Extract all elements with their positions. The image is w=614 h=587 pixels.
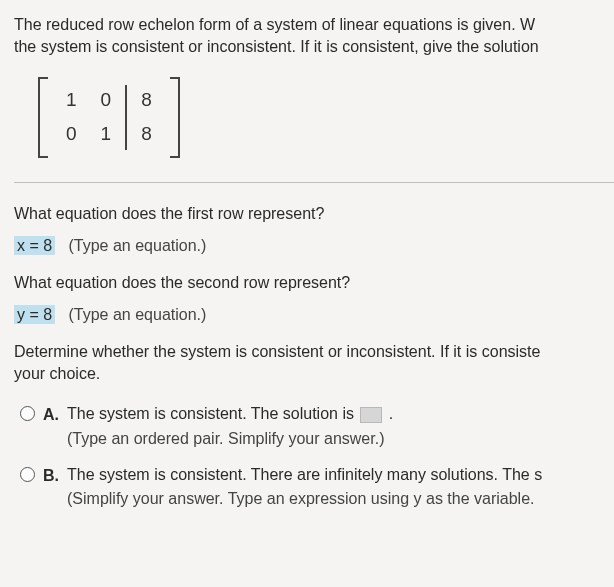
choice-b-hint: (Simplify your answer. Type an expressio…	[67, 488, 614, 510]
matrix-cell: 1	[97, 117, 116, 152]
matrix-col-1: 1 0	[54, 83, 89, 152]
choice-a-text: The system is consistent. The solution i…	[67, 405, 358, 422]
matrix-right-bracket	[170, 77, 180, 158]
answer-2-line: y = 8 (Type an equation.)	[14, 304, 614, 326]
q3-line-2: your choice.	[14, 365, 100, 382]
answer-blank-input[interactable]	[360, 407, 382, 423]
answer-2-hint: (Type an equation.)	[69, 306, 207, 323]
spacer	[60, 306, 64, 323]
choice-b[interactable]: B. The system is consistent. There are i…	[14, 464, 614, 511]
matrix-left-bracket	[38, 77, 48, 158]
intro-line-2: the system is consistent or inconsistent…	[14, 38, 539, 55]
period: .	[384, 405, 393, 422]
problem-intro: The reduced row echelon form of a system…	[14, 14, 614, 59]
choice-b-label: B.	[43, 465, 59, 487]
choice-b-body: The system is consistent. There are infi…	[67, 464, 614, 511]
augment-separator	[125, 85, 127, 150]
matrix-cell: 0	[97, 83, 116, 118]
radio-icon[interactable]	[20, 467, 35, 482]
answer-1-hint: (Type an equation.)	[69, 237, 207, 254]
question-3: Determine whether the system is consiste…	[14, 341, 614, 386]
matrix-col-2: 0 1	[89, 83, 124, 152]
choice-a[interactable]: A. The system is consistent. The solutio…	[14, 403, 614, 450]
choice-a-label: A.	[43, 404, 59, 426]
answer-1-line: x = 8 (Type an equation.)	[14, 235, 614, 257]
choice-list: A. The system is consistent. The solutio…	[14, 403, 614, 511]
matrix-body: 1 0 0 1 8 8	[48, 77, 170, 158]
choice-b-text: The system is consistent. There are infi…	[67, 464, 614, 486]
question-2: What equation does the second row repres…	[14, 272, 614, 294]
choice-a-body: The system is consistent. The solution i…	[67, 403, 614, 450]
matrix-cell: 0	[62, 117, 81, 152]
q3-line-1: Determine whether the system is consiste…	[14, 343, 540, 360]
choice-a-text-line: The system is consistent. The solution i…	[67, 403, 614, 425]
choice-a-hint: (Type an ordered pair. Simplify your ans…	[67, 428, 614, 450]
question-1: What equation does the first row represe…	[14, 203, 614, 225]
section-divider	[14, 182, 614, 183]
matrix-cell: 1	[62, 83, 81, 118]
answer-1-value[interactable]: x = 8	[14, 236, 55, 255]
matrix-cell: 8	[137, 83, 156, 118]
spacer	[60, 237, 64, 254]
augmented-matrix: 1 0 0 1 8 8	[38, 77, 614, 158]
matrix-cell: 8	[137, 117, 156, 152]
matrix-col-3: 8 8	[129, 83, 164, 152]
intro-line-1: The reduced row echelon form of a system…	[14, 16, 535, 33]
radio-icon[interactable]	[20, 406, 35, 421]
answer-2-value[interactable]: y = 8	[14, 305, 55, 324]
